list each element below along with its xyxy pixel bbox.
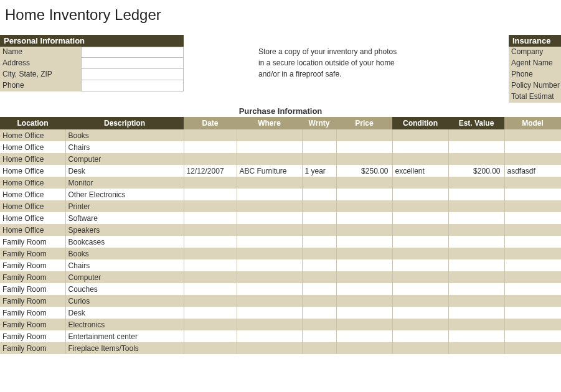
cell-model[interactable] [504,153,561,165]
cell-condition[interactable] [392,141,448,153]
cell-where[interactable] [237,153,302,165]
cell-est_value[interactable] [448,200,504,212]
cell-est_value[interactable]: $200.00 [448,165,504,177]
cell-where[interactable] [237,236,302,248]
cell-est_value[interactable] [448,224,504,236]
cell-price[interactable] [336,236,392,248]
cell-date[interactable] [184,141,237,153]
cell-where[interactable] [237,224,302,236]
cell-wrnty[interactable] [302,129,336,141]
cell-price[interactable] [336,200,392,212]
cell-condition[interactable]: excellent [392,165,448,177]
cell-est_value[interactable] [448,248,504,259]
cell-est_value[interactable] [448,212,504,224]
cell-where[interactable] [237,342,302,354]
cell-model[interactable] [504,319,561,330]
cell-location[interactable]: Home Office [0,224,65,236]
cell-description[interactable]: Software [65,212,184,224]
cell-location[interactable]: Family Room [0,307,65,319]
cell-model[interactable] [504,129,561,141]
cell-description[interactable]: Desk [65,165,184,177]
cell-est_value[interactable] [448,283,504,295]
cell-est_value[interactable] [448,153,504,165]
cell-condition[interactable] [392,319,448,330]
cell-location[interactable]: Family Room [0,283,65,295]
cell-date[interactable] [184,271,237,283]
cell-est_value[interactable] [448,259,504,271]
cell-price[interactable] [336,259,392,271]
cell-wrnty[interactable] [302,236,336,248]
cell-condition[interactable] [392,330,448,342]
cell-description[interactable]: Chairs [65,141,184,153]
cell-est_value[interactable] [448,319,504,330]
cell-condition[interactable] [392,307,448,319]
cell-description[interactable]: Computer [65,153,184,165]
cell-where[interactable] [237,200,302,212]
cell-est_value[interactable] [448,295,504,307]
cell-est_value[interactable] [448,189,504,200]
cell-description[interactable]: Chairs [65,259,184,271]
cell-price[interactable] [336,141,392,153]
cell-price[interactable] [336,248,392,259]
cell-model[interactable] [504,283,561,295]
cell-date[interactable] [184,212,237,224]
cell-price[interactable] [336,342,392,354]
cell-where[interactable] [237,177,302,189]
cell-est_value[interactable] [448,177,504,189]
cell-wrnty[interactable] [302,248,336,259]
cell-wrnty[interactable] [302,271,336,283]
cell-location[interactable]: Family Room [0,330,65,342]
cell-wrnty[interactable] [302,224,336,236]
cell-model[interactable] [504,224,561,236]
cell-model[interactable] [504,307,561,319]
cell-wrnty[interactable] [302,141,336,153]
cell-description[interactable]: Entertainment center [65,330,184,342]
cell-where[interactable] [237,271,302,283]
cell-location[interactable]: Home Office [0,177,65,189]
cell-model[interactable] [504,189,561,200]
cell-where[interactable] [237,295,302,307]
cell-location[interactable]: Home Office [0,129,65,141]
cell-description[interactable]: Monitor [65,177,184,189]
cell-wrnty[interactable] [302,259,336,271]
personal-field-input[interactable] [81,58,184,69]
cell-model[interactable] [504,259,561,271]
cell-date[interactable] [184,153,237,165]
cell-price[interactable] [336,129,392,141]
cell-location[interactable]: Family Room [0,342,65,354]
cell-date[interactable] [184,129,237,141]
cell-description[interactable]: Other Electronics [65,189,184,200]
cell-model[interactable]: asdfasdf [504,165,561,177]
personal-field-input[interactable] [81,47,184,58]
cell-price[interactable] [336,295,392,307]
cell-price[interactable] [336,283,392,295]
cell-where[interactable] [237,141,302,153]
cell-est_value[interactable] [448,271,504,283]
cell-price[interactable] [336,177,392,189]
cell-description[interactable]: Bookcases [65,236,184,248]
cell-description[interactable]: Desk [65,307,184,319]
cell-condition[interactable] [392,236,448,248]
cell-location[interactable]: Family Room [0,271,65,283]
cell-price[interactable] [336,271,392,283]
cell-wrnty[interactable] [302,283,336,295]
personal-field-input[interactable] [81,69,184,80]
cell-description[interactable]: Fireplace Items/Tools [65,342,184,354]
cell-wrnty[interactable] [302,189,336,200]
cell-where[interactable] [237,283,302,295]
cell-condition[interactable] [392,283,448,295]
cell-price[interactable] [336,212,392,224]
cell-location[interactable]: Family Room [0,259,65,271]
cell-condition[interactable] [392,342,448,354]
cell-condition[interactable] [392,271,448,283]
cell-wrnty[interactable] [302,342,336,354]
cell-where[interactable] [237,129,302,141]
cell-wrnty[interactable] [302,307,336,319]
cell-model[interactable] [504,177,561,189]
cell-location[interactable]: Home Office [0,200,65,212]
cell-price[interactable] [336,307,392,319]
cell-est_value[interactable] [448,342,504,354]
cell-where[interactable] [237,307,302,319]
cell-est_value[interactable] [448,129,504,141]
cell-wrnty[interactable] [302,295,336,307]
